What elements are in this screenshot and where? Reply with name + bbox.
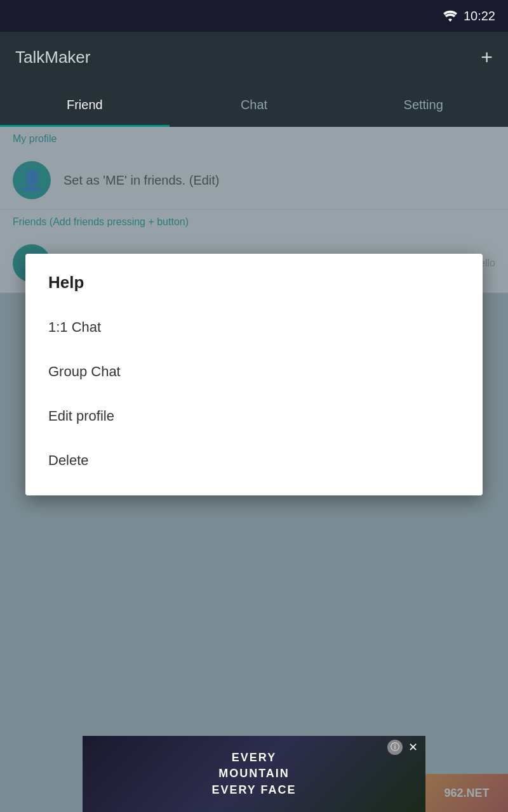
dialog-title: Help [25, 273, 483, 305]
dialog-item-delete[interactable]: Delete [25, 438, 483, 483]
tab-chat[interactable]: Chat [170, 82, 339, 127]
tab-bar: Friend Chat Setting [0, 82, 508, 127]
ad-info-icon[interactable]: ⓘ [387, 740, 403, 755]
ad-content: EVERYMOUNTAINEVERY FACE ⓘ ✕ [83, 736, 425, 812]
ad-close-icon[interactable]: ✕ [405, 740, 420, 755]
context-menu-dialog: Help 1:1 Chat Group Chat Edit profile De… [25, 254, 483, 495]
status-icons: 10:22 [443, 9, 495, 23]
app-bar: TalkMaker + [0, 32, 508, 82]
ad-text: EVERYMOUNTAINEVERY FACE [211, 750, 296, 798]
wifi-icon [443, 10, 457, 22]
app-title: TalkMaker [15, 48, 90, 67]
status-bar: 10:22 [0, 0, 508, 32]
status-time: 10:22 [464, 9, 495, 23]
tab-friend[interactable]: Friend [0, 82, 170, 127]
tab-setting[interactable]: Setting [338, 82, 508, 127]
ad-banner: EVERYMOUNTAINEVERY FACE ⓘ ✕ [83, 736, 425, 812]
main-content: My profile 👤 Set as 'ME' in friends. (Ed… [0, 127, 508, 812]
dialog-item-group-chat[interactable]: Group Chat [25, 350, 483, 394]
add-button[interactable]: + [481, 47, 493, 67]
dialog-item-one-to-one-chat[interactable]: 1:1 Chat [25, 305, 483, 350]
dialog-item-edit-profile[interactable]: Edit profile [25, 394, 483, 438]
